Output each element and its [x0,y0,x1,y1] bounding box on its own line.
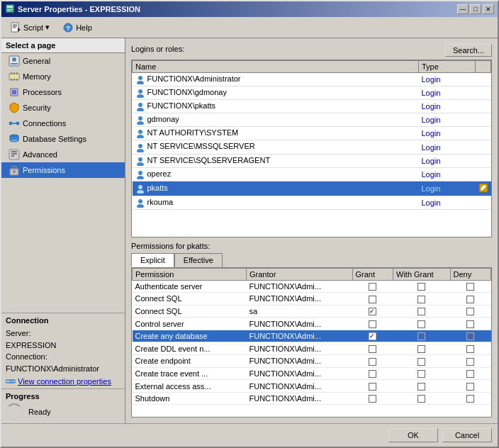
grant-cell-checkbox[interactable] [369,320,376,328]
maximize-button[interactable]: □ [470,4,481,14]
withgrant-cell-checkbox[interactable] [417,345,425,353]
deny-cell-checkbox[interactable] [466,296,474,303]
permissions-table-row[interactable]: ShutdownFUNCTIONX\Admi... [133,392,491,405]
tab-explicit[interactable]: Explicit [131,253,174,267]
grant-cell-checkbox[interactable] [369,296,376,303]
withgrant-cell[interactable] [393,330,451,342]
grant-cell-checkbox[interactable] [369,370,376,378]
deny-cell-checkbox[interactable] [466,383,474,391]
logins-table-row[interactable]: FUNCTIONX\AdministratorLogin [133,73,491,86]
grant-cell-checkbox[interactable] [369,345,376,353]
permissions-table-container[interactable]: Permission Grantor Grant With Grant Deny… [131,267,492,418]
deny-cell[interactable] [450,342,491,355]
sidebar-item-memory[interactable]: Memory [1,69,125,84]
withgrant-cell-checkbox[interactable] [417,358,425,366]
withgrant-cell[interactable] [393,392,451,405]
grant-cell[interactable] [352,392,393,405]
withgrant-cell-checkbox[interactable] [417,320,425,328]
help-button[interactable]: ? Help [57,20,97,35]
grant-cell[interactable] [352,305,393,318]
deny-cell-checkbox[interactable] [466,332,474,340]
withgrant-cell-checkbox[interactable] [417,308,425,315]
withgrant-cell-checkbox[interactable] [417,395,425,403]
grant-cell-checkbox[interactable] [369,308,376,315]
sidebar-item-general[interactable]: General [1,53,125,69]
withgrant-cell[interactable] [393,342,451,355]
deny-cell[interactable] [450,392,491,405]
withgrant-cell-checkbox[interactable] [417,283,425,291]
deny-cell-checkbox[interactable] [466,395,474,403]
grant-cell[interactable] [352,355,393,368]
withgrant-cell-checkbox[interactable] [417,383,425,391]
withgrant-cell-checkbox[interactable] [417,296,425,303]
sidebar-item-processors[interactable]: Processors [1,84,125,100]
deny-cell[interactable] [450,305,491,318]
withgrant-cell[interactable] [393,355,451,368]
grant-cell[interactable] [352,318,393,330]
deny-cell[interactable] [450,330,491,342]
permissions-table-row[interactable]: Create DDL event n...FUNCTIONX\Admi... [133,342,491,355]
withgrant-cell-checkbox[interactable] [417,332,425,340]
view-connection-properties-link[interactable]: View connection properties [6,377,120,386]
grant-cell[interactable] [352,330,393,342]
grant-cell[interactable] [352,367,393,380]
grant-cell-checkbox[interactable] [369,358,376,366]
permissions-table-row[interactable]: Create trace event ...FUNCTIONX\Admi... [133,367,491,380]
deny-cell[interactable] [450,318,491,330]
withgrant-cell[interactable] [393,280,451,293]
deny-cell-checkbox[interactable] [466,283,474,291]
grant-cell[interactable] [352,293,393,306]
grant-cell-checkbox[interactable] [369,332,376,340]
deny-cell-checkbox[interactable] [466,358,474,366]
tab-effective[interactable]: Effective [174,253,223,267]
ok-button[interactable]: OK [388,428,438,442]
sidebar-item-advanced[interactable]: Advanced [1,147,125,162]
logins-table-row[interactable]: NT AUTHORITY\SYSTEMLogin [133,127,491,140]
deny-cell-checkbox[interactable] [466,370,474,378]
withgrant-cell[interactable] [393,293,451,306]
grant-cell-checkbox[interactable] [369,383,376,391]
sidebar-item-database-settings[interactable]: Database Settings [1,131,125,147]
withgrant-cell[interactable] [393,318,451,330]
cancel-button[interactable]: Cancel [442,428,492,442]
deny-cell[interactable] [450,293,491,306]
permissions-table-row[interactable]: Connect SQLFUNCTIONX\Admi... [133,293,491,306]
deny-cell[interactable] [450,380,491,393]
logins-table-row[interactable]: rkoumaLogin [133,196,491,209]
grant-cell[interactable] [352,342,393,355]
logins-table-row[interactable]: FUNCTIONX\pkattsLogin [133,100,491,113]
permissions-table-row[interactable]: Connect SQLsa [133,305,491,318]
minimize-button[interactable]: — [457,4,469,14]
deny-cell[interactable] [450,367,491,380]
logins-table-row[interactable]: FUNCTIONX\gdmonayLogin [133,86,491,100]
close-button[interactable]: ✕ [483,4,494,14]
grant-cell-checkbox[interactable] [369,395,376,403]
grant-cell-checkbox[interactable] [369,283,376,291]
permissions-table-row[interactable]: Create endpointFUNCTIONX\Admi... [133,355,491,368]
deny-cell[interactable] [450,355,491,368]
withgrant-cell-checkbox[interactable] [417,370,425,378]
sidebar-item-connections[interactable]: Connections [1,116,125,131]
permissions-table-row[interactable]: Create any databaseFUNCTIONX\Admi... [133,330,491,342]
logins-table-container[interactable]: Name Type FUNCTIONX\AdministratorLogin F… [132,60,491,237]
logins-table-row[interactable]: NT SERVICE\SQLSERVERAGENTLogin [133,154,491,167]
withgrant-cell[interactable] [393,367,451,380]
permissions-table-row[interactable]: Control serverFUNCTIONX\Admi... [133,318,491,330]
grant-cell[interactable] [352,380,393,393]
logins-table-row[interactable]: gdmonayLogin [133,113,491,127]
script-button[interactable]: Script ▾ [5,20,55,35]
withgrant-cell[interactable] [393,305,451,318]
grant-cell[interactable] [352,280,393,293]
logins-table-row[interactable]: operezLogin [133,167,491,181]
sidebar-item-security[interactable]: Security [1,100,125,116]
deny-cell-checkbox[interactable] [466,308,474,315]
logins-table-row[interactable]: NT SERVICE\MSSQLSERVERLogin [133,140,491,154]
search-button[interactable]: Search... [445,44,492,57]
deny-cell[interactable] [450,280,491,293]
permissions-table-row[interactable]: Authenticate serverFUNCTIONX\Admi... [133,280,491,293]
deny-cell-checkbox[interactable] [466,345,474,353]
deny-cell-checkbox[interactable] [466,320,474,328]
sidebar-item-permissions[interactable]: Permissions [1,162,125,178]
permissions-table-row[interactable]: External access ass...FUNCTIONX\Admi... [133,380,491,393]
withgrant-cell[interactable] [393,380,451,393]
